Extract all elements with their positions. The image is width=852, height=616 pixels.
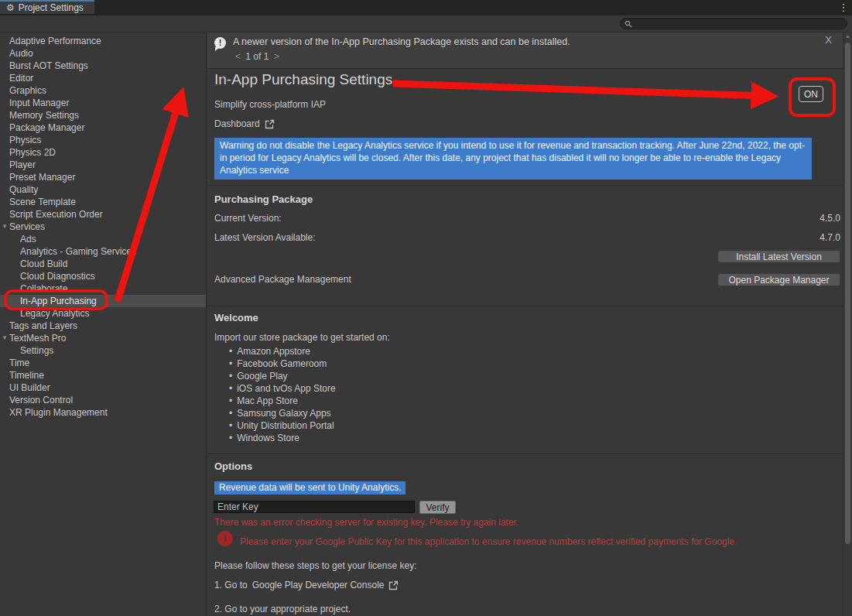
open-package-manager-button[interactable]: Open Package Manager bbox=[717, 273, 840, 286]
sidebar-item-label: Collaborate bbox=[20, 282, 67, 295]
advanced-package-management-label: Advanced Package Management bbox=[214, 274, 351, 285]
external-link-icon bbox=[265, 119, 275, 129]
dashboard-label: Dashboard bbox=[214, 118, 260, 129]
sidebar-item-timeline[interactable]: Timeline bbox=[0, 369, 206, 382]
scrollbar-thumb[interactable] bbox=[845, 43, 850, 544]
sidebar-item-version-control[interactable]: Version Control bbox=[0, 394, 206, 406]
sidebar-item-time[interactable]: Time bbox=[0, 357, 206, 369]
store-list-item: •Mac App Store bbox=[229, 395, 336, 407]
sidebar-item-package-manager[interactable]: Package Manager bbox=[0, 121, 206, 134]
sidebar-item-label: Version Control bbox=[9, 394, 73, 406]
sidebar-item-label: Timeline bbox=[9, 369, 44, 382]
store-list-item: •Windows Store bbox=[229, 432, 336, 444]
external-link-icon[interactable] bbox=[388, 580, 399, 590]
sidebar-item-burst-aot-settings[interactable]: Burst AOT Settings bbox=[0, 60, 206, 72]
sidebar-item-legacy-analytics[interactable]: Legacy Analytics bbox=[0, 307, 206, 320]
store-list: •Amazon Appstore•Facebook Gameroom•Googl… bbox=[229, 345, 336, 444]
sidebar-item-cloud-build[interactable]: Cloud Build bbox=[0, 258, 206, 270]
sidebar-item-editor[interactable]: Editor bbox=[0, 72, 206, 84]
sidebar-item-label: Editor bbox=[9, 72, 33, 84]
sidebar-item-player[interactable]: Player bbox=[0, 159, 206, 171]
section-divider bbox=[207, 306, 843, 306]
sidebar-item-services[interactable]: ▼Services bbox=[0, 221, 206, 233]
sidebar-item-ads[interactable]: Ads bbox=[0, 233, 206, 245]
kebab-menu-icon[interactable]: ⋮ bbox=[838, 1, 849, 14]
tab-title: Project Settings bbox=[19, 2, 84, 13]
toolbar bbox=[0, 15, 852, 33]
current-version-value: 4.5.0 bbox=[819, 213, 840, 224]
pager-next-icon[interactable]: > bbox=[272, 51, 282, 62]
sidebar-item-label: Quality bbox=[9, 183, 38, 196]
sidebar-item-collaborate[interactable]: Collaborate bbox=[0, 282, 206, 295]
notification-bar: ! A newer version of the In-App Purchasi… bbox=[207, 33, 843, 69]
bullet-icon: • bbox=[229, 371, 232, 382]
bullet-icon: • bbox=[229, 395, 232, 406]
sidebar-item-ui-builder[interactable]: UI Builder bbox=[0, 382, 206, 394]
sidebar-item-label: Physics bbox=[9, 134, 41, 146]
search-box[interactable] bbox=[620, 18, 847, 29]
sidebar-item-label: Audio bbox=[9, 47, 33, 60]
service-on-toggle[interactable]: ON bbox=[799, 86, 823, 102]
sidebar-item-physics[interactable]: Physics bbox=[0, 134, 206, 146]
sidebar-item-cloud-diagnostics[interactable]: Cloud Diagnostics bbox=[0, 270, 206, 282]
sidebar-item-in-app-purchasing[interactable]: In-App Purchasing bbox=[0, 295, 206, 307]
store-list-item: •Unity Distribution Portal bbox=[229, 419, 336, 432]
gear-icon: ⚙ bbox=[6, 3, 15, 12]
sidebar-item-settings[interactable]: Settings bbox=[0, 344, 206, 357]
sidebar-item-label: Package Manager bbox=[9, 121, 84, 134]
close-icon[interactable]: X bbox=[825, 34, 832, 46]
search-input[interactable] bbox=[632, 19, 840, 29]
google-key-warning-text: Please enter your Google Public Key for … bbox=[240, 536, 836, 547]
sidebar-item-label: UI Builder bbox=[9, 382, 50, 394]
sidebar-item-label: Burst AOT Settings bbox=[9, 60, 88, 72]
store-name: Samsung Galaxy Apps bbox=[237, 408, 330, 419]
sidebar-item-quality[interactable]: Quality bbox=[0, 183, 206, 196]
pager-prev-icon[interactable]: < bbox=[233, 51, 243, 62]
sidebar-item-textmesh-pro[interactable]: ▼TextMesh Pro bbox=[0, 332, 206, 344]
subtitle: Simplify cross-platform IAP bbox=[214, 99, 326, 110]
sidebar-item-label: Input Manager bbox=[9, 97, 69, 109]
section-divider bbox=[207, 185, 843, 186]
step1-prefix: 1. Go to bbox=[214, 580, 248, 590]
bullet-icon: • bbox=[229, 358, 232, 369]
sidebar-item-physics-2d[interactable]: Physics 2D bbox=[0, 146, 206, 159]
sidebar-item-tags-and-layers[interactable]: Tags and Layers bbox=[0, 320, 206, 332]
scroll-up-icon[interactable]: ▲ bbox=[843, 33, 852, 39]
sidebar-item-analytics-gaming-services[interactable]: Analytics - Gaming Services bbox=[0, 245, 206, 258]
notification-message: A newer version of the In-App Purchasing… bbox=[233, 36, 570, 47]
google-key-input[interactable] bbox=[214, 501, 415, 513]
verify-button[interactable]: Verify bbox=[419, 501, 456, 514]
sidebar-item-label: TextMesh Pro bbox=[9, 332, 66, 344]
vertical-scrollbar: ▲ bbox=[843, 33, 852, 616]
dashboard-link[interactable]: Dashboard bbox=[214, 118, 275, 129]
sidebar-item-preset-manager[interactable]: Preset Manager bbox=[0, 171, 206, 183]
sidebar-item-script-execution-order[interactable]: Script Execution Order bbox=[0, 208, 206, 221]
google-play-console-link[interactable]: Google Play Developer Console bbox=[252, 580, 385, 590]
bullet-icon: • bbox=[229, 383, 232, 394]
step2-text: 2. Go to your appropriate project. bbox=[214, 604, 351, 614]
sidebar-item-graphics[interactable]: Graphics bbox=[0, 84, 206, 97]
sidebar-item-label: Legacy Analytics bbox=[20, 307, 89, 320]
search-icon bbox=[624, 20, 632, 28]
store-name: Facebook Gameroom bbox=[237, 358, 327, 369]
sidebar-item-label: Cloud Build bbox=[20, 258, 67, 270]
foldout-triangle-icon[interactable]: ▼ bbox=[2, 332, 8, 344]
store-list-item: •Samsung Galaxy Apps bbox=[229, 407, 336, 419]
sidebar-item-memory-settings[interactable]: Memory Settings bbox=[0, 109, 206, 121]
section-divider bbox=[207, 453, 843, 454]
title-bar: ⚙ Project Settings ⋮ bbox=[0, 0, 852, 15]
sidebar-item-adaptive-performance[interactable]: Adaptive Performance bbox=[0, 35, 206, 47]
install-latest-version-button[interactable]: Install Latest Version bbox=[717, 250, 840, 263]
sidebar-item-audio[interactable]: Audio bbox=[0, 47, 206, 60]
sidebar-item-label: Time bbox=[9, 357, 29, 369]
tab-project-settings[interactable]: ⚙ Project Settings bbox=[0, 0, 94, 14]
sidebar-item-label: Services bbox=[9, 221, 45, 233]
sidebar-item-input-manager[interactable]: Input Manager bbox=[0, 97, 206, 109]
foldout-triangle-icon[interactable]: ▼ bbox=[2, 221, 8, 233]
step1-row: 1. Go to Google Play Developer Console bbox=[214, 580, 399, 590]
sidebar-item-xr-plugin-management[interactable]: XR Plugin Management bbox=[0, 406, 206, 419]
store-name: Unity Distribution Portal bbox=[237, 420, 334, 431]
store-list-item: •Google Play bbox=[229, 370, 336, 382]
sidebar-item-label: Adaptive Performance bbox=[9, 35, 101, 47]
sidebar-item-scene-template[interactable]: Scene Template bbox=[0, 196, 206, 208]
